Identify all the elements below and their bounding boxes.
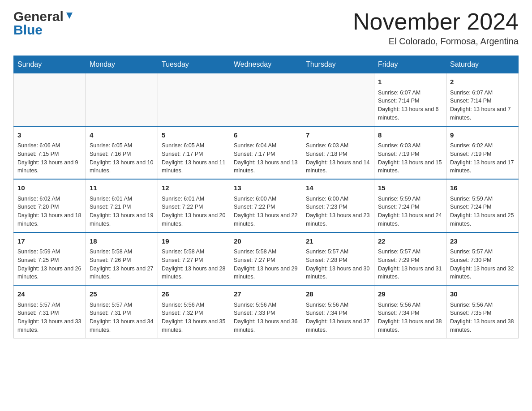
day-number: 14 (306, 183, 370, 193)
calendar-cell: 6Sunrise: 6:04 AM Sunset: 7:17 PM Daylig… (230, 126, 302, 180)
day-info: Sunrise: 6:07 AM Sunset: 7:14 PM Dayligh… (450, 89, 515, 122)
calendar-cell: 13Sunrise: 6:00 AM Sunset: 7:22 PM Dayli… (230, 179, 302, 232)
day-info: Sunrise: 5:56 AM Sunset: 7:34 PM Dayligh… (378, 301, 442, 334)
day-number: 18 (90, 236, 154, 247)
day-info: Sunrise: 6:05 AM Sunset: 7:16 PM Dayligh… (90, 141, 154, 175)
day-info: Sunrise: 6:01 AM Sunset: 7:22 PM Dayligh… (162, 195, 226, 228)
day-info: Sunrise: 6:06 AM Sunset: 7:15 PM Dayligh… (17, 141, 82, 175)
calendar-header-thursday: Thursday (302, 56, 374, 73)
day-number: 13 (234, 183, 298, 193)
month-title: November 2024 (353, 9, 519, 34)
calendar-cell: 29Sunrise: 5:56 AM Sunset: 7:34 PM Dayli… (374, 285, 446, 338)
calendar-cell: 3Sunrise: 6:06 AM Sunset: 7:15 PM Daylig… (14, 126, 86, 180)
day-number: 12 (162, 183, 226, 193)
page-header: General Blue November 2024 El Colorado, … (13, 9, 519, 47)
logo: General Blue (13, 9, 74, 38)
calendar-week-row: 3Sunrise: 6:06 AM Sunset: 7:15 PM Daylig… (14, 126, 519, 180)
calendar-cell: 23Sunrise: 5:57 AM Sunset: 7:30 PM Dayli… (446, 232, 519, 286)
calendar-cell: 10Sunrise: 6:02 AM Sunset: 7:20 PM Dayli… (14, 179, 86, 232)
day-number: 26 (162, 289, 226, 300)
day-number: 20 (234, 236, 298, 247)
day-info: Sunrise: 5:58 AM Sunset: 7:26 PM Dayligh… (90, 248, 154, 281)
day-number: 22 (378, 236, 442, 247)
calendar-cell: 27Sunrise: 5:56 AM Sunset: 7:33 PM Dayli… (230, 285, 302, 338)
calendar-cell: 14Sunrise: 6:00 AM Sunset: 7:23 PM Dayli… (302, 179, 374, 232)
calendar-cell (14, 73, 86, 126)
day-number: 7 (306, 130, 370, 141)
day-info: Sunrise: 5:56 AM Sunset: 7:35 PM Dayligh… (450, 301, 515, 334)
day-number: 24 (17, 289, 82, 300)
day-info: Sunrise: 6:05 AM Sunset: 7:17 PM Dayligh… (162, 141, 226, 175)
calendar-header-tuesday: Tuesday (158, 56, 230, 73)
calendar-cell: 8Sunrise: 6:03 AM Sunset: 7:19 PM Daylig… (374, 126, 446, 180)
day-number: 11 (90, 183, 154, 193)
day-info: Sunrise: 5:57 AM Sunset: 7:31 PM Dayligh… (90, 301, 154, 334)
calendar-cell: 20Sunrise: 5:58 AM Sunset: 7:27 PM Dayli… (230, 232, 302, 286)
calendar-cell: 15Sunrise: 5:59 AM Sunset: 7:24 PM Dayli… (374, 179, 446, 232)
day-number: 16 (450, 183, 515, 193)
calendar-cell: 26Sunrise: 5:56 AM Sunset: 7:32 PM Dayli… (158, 285, 230, 338)
calendar-header-row: SundayMondayTuesdayWednesdayThursdayFrid… (14, 56, 519, 73)
day-info: Sunrise: 6:04 AM Sunset: 7:17 PM Dayligh… (234, 141, 298, 175)
day-number: 10 (17, 183, 82, 193)
calendar-cell: 25Sunrise: 5:57 AM Sunset: 7:31 PM Dayli… (86, 285, 158, 338)
day-number: 9 (450, 130, 515, 141)
calendar-cell: 11Sunrise: 6:01 AM Sunset: 7:21 PM Dayli… (86, 179, 158, 232)
day-info: Sunrise: 6:07 AM Sunset: 7:14 PM Dayligh… (378, 89, 442, 122)
calendar-cell: 4Sunrise: 6:05 AM Sunset: 7:16 PM Daylig… (86, 126, 158, 180)
day-info: Sunrise: 6:03 AM Sunset: 7:19 PM Dayligh… (378, 141, 442, 175)
day-number: 1 (378, 77, 442, 87)
calendar-week-row: 1Sunrise: 6:07 AM Sunset: 7:14 PM Daylig… (14, 73, 519, 126)
day-number: 28 (306, 289, 370, 300)
calendar-cell: 5Sunrise: 6:05 AM Sunset: 7:17 PM Daylig… (158, 126, 230, 180)
calendar-cell: 7Sunrise: 6:03 AM Sunset: 7:18 PM Daylig… (302, 126, 374, 180)
calendar-cell (158, 73, 230, 126)
calendar-week-row: 10Sunrise: 6:02 AM Sunset: 7:20 PM Dayli… (14, 179, 519, 232)
calendar-cell: 2Sunrise: 6:07 AM Sunset: 7:14 PM Daylig… (446, 73, 519, 126)
calendar-cell: 9Sunrise: 6:02 AM Sunset: 7:19 PM Daylig… (446, 126, 519, 180)
calendar-cell (230, 73, 302, 126)
calendar-week-row: 24Sunrise: 5:57 AM Sunset: 7:31 PM Dayli… (14, 285, 519, 338)
day-info: Sunrise: 5:59 AM Sunset: 7:24 PM Dayligh… (450, 195, 515, 228)
day-number: 2 (450, 77, 515, 87)
title-section: November 2024 El Colorado, Formosa, Arge… (353, 9, 519, 47)
day-info: Sunrise: 6:01 AM Sunset: 7:21 PM Dayligh… (90, 195, 154, 228)
day-number: 23 (450, 236, 515, 247)
day-info: Sunrise: 6:00 AM Sunset: 7:22 PM Dayligh… (234, 195, 298, 228)
calendar-cell: 17Sunrise: 5:59 AM Sunset: 7:25 PM Dayli… (14, 232, 86, 286)
day-info: Sunrise: 6:03 AM Sunset: 7:18 PM Dayligh… (306, 141, 370, 175)
day-number: 29 (378, 289, 442, 300)
day-info: Sunrise: 5:56 AM Sunset: 7:32 PM Dayligh… (162, 301, 226, 334)
calendar-header-friday: Friday (374, 56, 446, 73)
calendar-header-wednesday: Wednesday (230, 56, 302, 73)
calendar-cell (302, 73, 374, 126)
day-info: Sunrise: 5:56 AM Sunset: 7:33 PM Dayligh… (234, 301, 298, 334)
calendar-cell: 18Sunrise: 5:58 AM Sunset: 7:26 PM Dayli… (86, 232, 158, 286)
calendar-header-monday: Monday (86, 56, 158, 73)
calendar-cell: 12Sunrise: 6:01 AM Sunset: 7:22 PM Dayli… (158, 179, 230, 232)
logo-arrow-icon (64, 11, 74, 22)
svg-marker-0 (66, 13, 73, 19)
day-number: 15 (378, 183, 442, 193)
day-number: 21 (306, 236, 370, 247)
calendar-cell: 30Sunrise: 5:56 AM Sunset: 7:35 PM Dayli… (446, 285, 519, 338)
day-number: 5 (162, 130, 226, 141)
calendar-header-saturday: Saturday (446, 56, 519, 73)
day-info: Sunrise: 5:58 AM Sunset: 7:27 PM Dayligh… (234, 248, 298, 281)
location-subtitle: El Colorado, Formosa, Argentina (353, 36, 519, 47)
calendar-cell: 28Sunrise: 5:56 AM Sunset: 7:34 PM Dayli… (302, 285, 374, 338)
day-number: 27 (234, 289, 298, 300)
calendar-cell: 22Sunrise: 5:57 AM Sunset: 7:29 PM Dayli… (374, 232, 446, 286)
day-info: Sunrise: 6:00 AM Sunset: 7:23 PM Dayligh… (306, 195, 370, 228)
day-info: Sunrise: 5:59 AM Sunset: 7:24 PM Dayligh… (378, 195, 442, 228)
day-number: 4 (90, 130, 154, 141)
calendar-cell: 21Sunrise: 5:57 AM Sunset: 7:28 PM Dayli… (302, 232, 374, 286)
day-number: 17 (17, 236, 82, 247)
day-number: 6 (234, 130, 298, 141)
day-info: Sunrise: 5:57 AM Sunset: 7:28 PM Dayligh… (306, 248, 370, 281)
calendar-table: SundayMondayTuesdayWednesdayThursdayFrid… (13, 56, 519, 338)
calendar-cell: 16Sunrise: 5:59 AM Sunset: 7:24 PM Dayli… (446, 179, 519, 232)
day-number: 19 (162, 236, 226, 247)
day-info: Sunrise: 5:56 AM Sunset: 7:34 PM Dayligh… (306, 301, 370, 334)
day-number: 30 (450, 289, 515, 300)
